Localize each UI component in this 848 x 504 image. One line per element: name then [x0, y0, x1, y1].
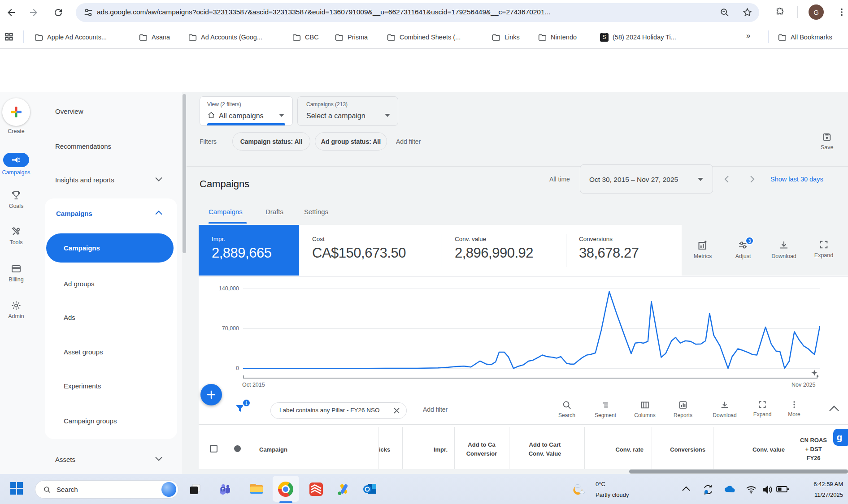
start-button[interactable] — [10, 482, 23, 495]
bookmark-item[interactable]: Apple Ad Accounts... — [35, 32, 107, 42]
rail-goals[interactable]: Goals — [0, 190, 32, 209]
subnav-campaign-groups[interactable]: Campaign groups — [64, 417, 117, 425]
table-reports-button[interactable]: Reports — [670, 400, 696, 418]
filter-chip-adgroup-status[interactable]: Ad group status: All — [315, 132, 387, 151]
subnav-insights[interactable]: Insights and reports — [55, 176, 114, 184]
browser-profile-avatar[interactable]: G — [809, 4, 824, 20]
bookmark-item[interactable]: Asana — [139, 32, 170, 42]
bookmark-item[interactable]: CBC — [292, 32, 319, 42]
chrome-icon[interactable] — [278, 482, 293, 497]
table-segment-button[interactable]: Segment — [591, 400, 620, 418]
table-download-button[interactable]: Download — [708, 400, 742, 418]
tab-settings[interactable]: Settings — [304, 208, 328, 215]
todoist-icon[interactable] — [309, 482, 324, 497]
bookmark-star-icon[interactable] — [742, 7, 752, 17]
nav-scrollbar[interactable] — [182, 92, 187, 474]
table-columns-button[interactable]: Columns — [631, 400, 659, 418]
subnav-overview[interactable]: Overview — [55, 108, 83, 115]
add-campaign-fab[interactable] — [200, 384, 222, 405]
battery-icon[interactable] — [776, 486, 789, 493]
subnav-experiments[interactable]: Experiments — [64, 382, 101, 390]
wifi-icon[interactable] — [746, 485, 757, 494]
date-range-dropdown[interactable]: Oct 30, 2015 – Nov 27, 2025 — [580, 164, 713, 194]
bookmark-item[interactable]: Nintendo — [538, 32, 577, 42]
file-explorer-icon[interactable] — [249, 482, 264, 497]
zoom-icon[interactable] — [720, 8, 730, 17]
table-search-button[interactable]: Search — [555, 400, 578, 418]
extensions-icon[interactable] — [775, 7, 785, 17]
reload-icon[interactable] — [53, 7, 64, 18]
task-view-icon[interactable] — [187, 482, 203, 497]
weather-temp[interactable]: 0°C — [596, 481, 605, 487]
rail-billing[interactable]: Billing — [0, 263, 32, 283]
table-more-button[interactable]: More — [783, 400, 805, 418]
forward-icon[interactable] — [28, 7, 39, 18]
assistant-bubble[interactable]: g — [833, 429, 848, 446]
bookmark-item[interactable]: Combined Sheets (... — [387, 32, 461, 42]
all-bookmarks[interactable]: All Bookmarks — [778, 32, 832, 42]
show-last-30-days-link[interactable]: Show last 30 days — [770, 176, 823, 183]
select-all-checkbox[interactable] — [210, 445, 217, 452]
metrics-button[interactable]: Metrics — [690, 240, 716, 259]
weather-icon[interactable] — [572, 482, 587, 497]
tray-date[interactable]: 11/27/2025 — [801, 491, 843, 498]
table-add-filter[interactable]: Add filter — [423, 406, 448, 413]
col-impr[interactable]: Impr. — [402, 445, 448, 454]
weather-condition[interactable]: Partly cloudy — [596, 491, 629, 498]
rail-create[interactable]: Create — [0, 98, 32, 134]
scorecard-conv-value[interactable]: Conv. value 2,896,990.92 — [442, 225, 566, 276]
tab-campaigns[interactable]: Campaigns — [209, 208, 243, 215]
tab-drafts[interactable]: Drafts — [265, 208, 283, 215]
col-cn-roas[interactable]: CN ROAS + DST FY26 — [793, 436, 834, 463]
scorecard-conversions[interactable]: Conversions 38,678.27 — [566, 225, 682, 276]
rail-admin[interactable]: Admin — [0, 300, 32, 319]
col-conv-rate[interactable]: Conv. rate — [584, 445, 644, 454]
onedrive-icon[interactable] — [723, 485, 735, 494]
bookmark-item[interactable]: Links — [492, 32, 520, 42]
campaign-select-dropdown[interactable]: Campaigns (213) Select a campaign — [297, 96, 398, 126]
taskbar-search[interactable]: Search — [35, 480, 178, 499]
subnav-assets[interactable]: Assets — [55, 456, 75, 463]
rail-tools[interactable]: Tools — [0, 226, 32, 246]
subnav-campaigns-section[interactable]: Campaigns — [56, 210, 92, 217]
download-button[interactable]: Download — [767, 240, 801, 259]
tray-time[interactable]: 6:42:59 AM — [801, 481, 843, 487]
browser-menu-icon[interactable] — [837, 7, 847, 17]
scorecard-impressions[interactable]: Impr. 2,889,665 — [199, 225, 299, 276]
prev-range-icon[interactable] — [723, 175, 731, 184]
col-add-to-cart-conversions[interactable]: Add to Ca Conversior — [454, 440, 509, 458]
next-range-icon[interactable] — [748, 175, 756, 184]
subnav-ad-groups[interactable]: Ad groups — [64, 280, 94, 288]
bookmark-item[interactable]: Ad Accounts (Goog... — [188, 32, 262, 42]
back-icon[interactable] — [6, 7, 17, 18]
view-dropdown[interactable]: View (2 filters) All campaigns — [200, 96, 293, 126]
close-icon[interactable] — [393, 407, 400, 414]
bookmarks-overflow-icon[interactable]: » — [746, 31, 750, 40]
add-filter-button[interactable]: Add filter — [396, 138, 421, 145]
google-ads-app-icon[interactable] — [336, 482, 352, 497]
col-conversions[interactable]: Conversions — [652, 445, 705, 454]
col-conv-value[interactable]: Conv. value — [713, 445, 785, 454]
tray-chevron-icon[interactable] — [682, 486, 691, 491]
expand-button[interactable]: Expand — [810, 240, 838, 258]
col-clicks[interactable]: icks — [379, 445, 390, 454]
filter-chip-campaign-status[interactable]: Campaign status: All — [232, 132, 310, 151]
tune-icon[interactable] — [83, 8, 93, 17]
bookmark-item[interactable]: S (58) 2024 Holiday Ti... — [600, 32, 676, 42]
apps-grid-icon[interactable] — [4, 32, 14, 42]
volume-icon[interactable] — [762, 485, 773, 495]
sparkle-icon[interactable] — [811, 369, 820, 378]
subnav-recommendations[interactable]: Recommendations — [55, 142, 111, 150]
sync-tray-icon[interactable] — [702, 484, 714, 495]
subnav-ads[interactable]: Ads — [64, 314, 75, 321]
table-expand-button[interactable]: Expand — [749, 400, 776, 418]
label-filter-chip[interactable]: Label contains any Pillar - FY26 NSO — [270, 402, 407, 419]
url-text[interactable]: ads.google.com/aw/campaigns?ocid=3231335… — [97, 8, 551, 16]
horizontal-scrollbar[interactable] — [199, 469, 848, 474]
collapse-chart-icon[interactable] — [829, 405, 839, 412]
bookmark-item[interactable]: Prisma — [335, 32, 368, 42]
col-add-to-cart-conv-value[interactable]: Add to Cart Conv. Value — [509, 440, 581, 458]
rail-campaigns[interactable]: Campaigns — [0, 153, 32, 176]
save-button[interactable]: Save — [821, 132, 834, 151]
teams-icon[interactable]: T — [217, 482, 233, 497]
